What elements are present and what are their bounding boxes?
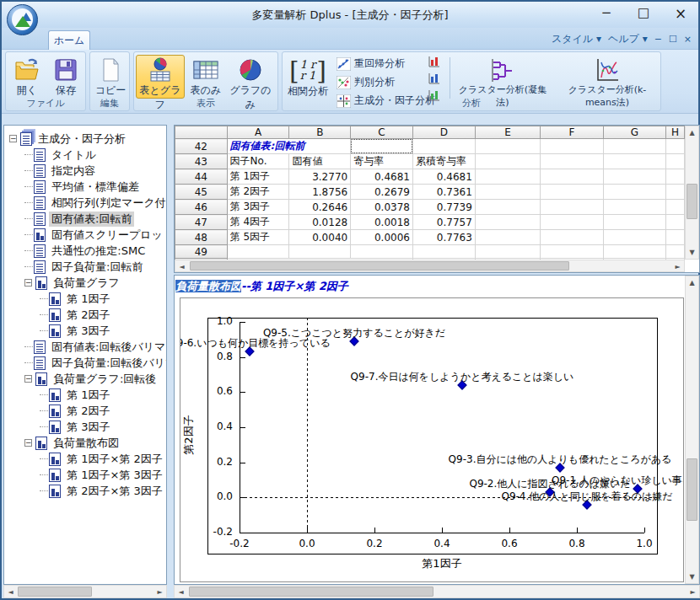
tree-item[interactable]: 第 1因子: [40, 291, 112, 307]
scatter-plot[interactable]: -0.20.00.20.40.60.81.0-0.20.00.20.40.60.…: [180, 297, 684, 582]
cell-C42[interactable]: [351, 139, 413, 154]
mini-chart-red-icon[interactable]: [428, 56, 441, 68]
sheet-hscrollbar[interactable]: ◄ ►: [175, 260, 685, 272]
row-header-44[interactable]: 44: [175, 169, 228, 185]
cell-E47[interactable]: [475, 215, 540, 230]
cell-A47[interactable]: 第 4因子: [227, 215, 289, 230]
scroll-right-icon[interactable]: ►: [671, 260, 684, 273]
cell-D46[interactable]: 0.7739: [412, 200, 475, 215]
cell-H45[interactable]: [666, 185, 685, 200]
save-button[interactable]: 保存: [47, 55, 84, 99]
close-button[interactable]: ×: [671, 5, 690, 22]
copy-button[interactable]: コピー: [92, 55, 129, 99]
cell-B48[interactable]: 0.0040: [289, 230, 351, 245]
column-header-D[interactable]: D: [412, 126, 475, 139]
tree-item[interactable]: −負荷量散布図: [24, 435, 121, 451]
mdi-minimize-button[interactable]: −: [654, 34, 662, 45]
cell-D42[interactable]: [412, 139, 475, 154]
cell-F48[interactable]: [541, 230, 603, 245]
cell-A46[interactable]: 第 3因子: [227, 200, 289, 215]
tree-item[interactable]: 第 1因子×第 2因子: [40, 451, 165, 467]
tree-item[interactable]: 因子負荷量:回転後バリマックス: [24, 355, 167, 371]
cell-C47[interactable]: 0.0018: [351, 215, 413, 230]
chart-vscroll-thumb[interactable]: [687, 458, 697, 521]
table-and-chart-button[interactable]: 表とグラフ: [136, 55, 185, 99]
cell-A44[interactable]: 第 1因子: [227, 169, 289, 185]
cell-F45[interactable]: [541, 185, 603, 200]
chart-hscroll-thumb[interactable]: [189, 587, 433, 597]
cell-B45[interactable]: 1.8756: [289, 185, 351, 200]
cluster-kmeans-button[interactable]: クラスター分析(k-means法): [554, 55, 660, 99]
help-menu[interactable]: ヘルプ ▾: [608, 32, 648, 46]
tree-item[interactable]: 共通性の推定:SMC: [24, 243, 148, 259]
tree-item[interactable]: 第 1因子×第 3因子: [40, 467, 165, 483]
row-header-46[interactable]: 46: [175, 200, 228, 215]
cell-G48[interactable]: [603, 230, 665, 245]
row-header-42[interactable]: 42: [175, 139, 228, 154]
column-header-B[interactable]: B: [289, 126, 351, 139]
tab-home[interactable]: ホーム: [48, 30, 90, 50]
tree-hscrollbar[interactable]: ◄ ►: [3, 585, 167, 598]
cell-E48[interactable]: [475, 230, 540, 245]
collapse-minus-icon[interactable]: −: [24, 279, 32, 287]
tree-item[interactable]: タイトル: [24, 147, 99, 163]
cell-A45[interactable]: 第 2因子: [227, 185, 289, 200]
cell-G49[interactable]: [603, 245, 665, 259]
cell-C44[interactable]: 0.4681: [351, 169, 413, 185]
mini-chart-blue-icon[interactable]: [428, 72, 441, 85]
tree-item[interactable]: 固有値表:回転後バリマックス: [24, 339, 167, 355]
collapse-minus-icon[interactable]: −: [24, 439, 32, 447]
column-header-C[interactable]: C: [351, 126, 413, 139]
cell-E44[interactable]: [475, 169, 540, 185]
chart-only-button[interactable]: グラフのみ: [225, 55, 276, 99]
tree-item[interactable]: −負荷量グラフ:回転後: [24, 371, 159, 387]
cell-B43[interactable]: 固有値: [289, 154, 351, 169]
cell-F42[interactable]: [541, 139, 603, 154]
scroll-down-icon[interactable]: ▼: [686, 246, 698, 259]
cell-H46[interactable]: [666, 200, 685, 215]
row-header-47[interactable]: 47: [175, 215, 228, 230]
collapse-minus-icon[interactable]: −: [9, 135, 17, 142]
tree-item[interactable]: −主成分・因子分析: [9, 131, 128, 147]
sheet-corner-cell[interactable]: [175, 126, 228, 139]
sheet-vscrollbar[interactable]: ▲ ▼: [685, 126, 699, 260]
cell-D48[interactable]: 0.7763: [412, 230, 475, 245]
multiple-regression-item[interactable]: 重回帰分析: [333, 55, 443, 72]
style-menu[interactable]: スタイル ▾: [552, 32, 601, 46]
tree-item[interactable]: 第 2因子: [40, 403, 112, 419]
cell-C49[interactable]: [351, 245, 413, 259]
cluster-agglomerative-button[interactable]: クラスター分析(凝集法): [453, 55, 552, 99]
cell-H48[interactable]: [666, 230, 685, 245]
cell-F44[interactable]: [541, 169, 603, 185]
app-logo-icon[interactable]: [7, 4, 38, 35]
tree-item[interactable]: 第 3因子: [40, 419, 112, 435]
tree-item[interactable]: 第 1因子: [40, 387, 112, 403]
tree-item[interactable]: 指定内容: [24, 163, 98, 179]
scroll-up-icon[interactable]: ▲: [686, 276, 698, 289]
cell-G43[interactable]: [603, 154, 665, 169]
tree-item[interactable]: 第 2因子: [40, 307, 112, 323]
cell-E46[interactable]: [475, 200, 540, 215]
tree-hscroll-thumb[interactable]: [18, 587, 92, 597]
scroll-up-icon[interactable]: ▲: [686, 126, 698, 139]
cell-D47[interactable]: 0.7757: [412, 215, 475, 230]
cell-H43[interactable]: [666, 154, 685, 169]
cell-E43[interactable]: [475, 154, 540, 169]
cell-E42[interactable]: [475, 139, 540, 154]
cell-A48[interactable]: 第 5因子: [227, 230, 289, 245]
scroll-right-icon[interactable]: ►: [153, 586, 166, 598]
collapse-minus-icon[interactable]: −: [24, 375, 32, 383]
cell-F49[interactable]: [541, 245, 603, 259]
discriminant-analysis-item[interactable]: 判別分析: [333, 73, 443, 91]
minimize-button[interactable]: −: [597, 5, 616, 22]
tree-item[interactable]: −負荷量グラフ: [24, 275, 122, 291]
row-header-45[interactable]: 45: [175, 185, 228, 200]
cell-G46[interactable]: [603, 200, 665, 215]
mdi-restore-button[interactable]: ☐: [669, 34, 677, 45]
open-button[interactable]: 開く: [8, 55, 46, 99]
maximize-button[interactable]: □: [634, 5, 653, 22]
cell-H47[interactable]: [666, 215, 685, 230]
cell-G45[interactable]: [603, 185, 665, 200]
chart-vscrollbar[interactable]: ▲ ▼: [685, 276, 699, 584]
cell-E45[interactable]: [475, 185, 540, 200]
